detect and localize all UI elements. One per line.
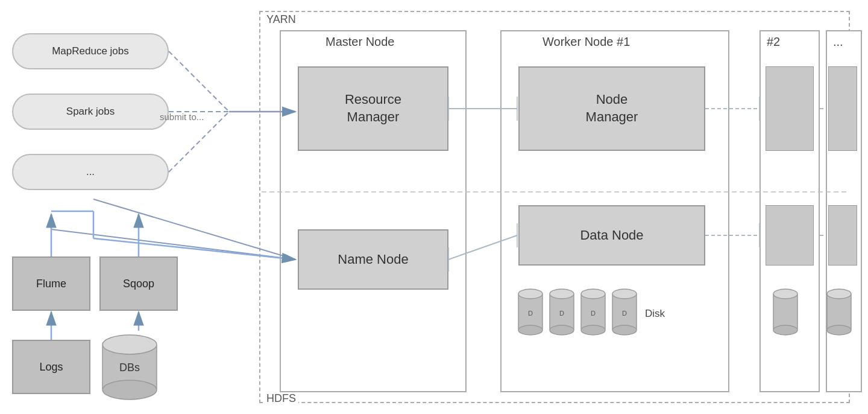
resource-manager-label: Resource Manager bbox=[345, 91, 401, 126]
svg-point-9 bbox=[581, 289, 605, 299]
hdfs-label: HDFS bbox=[264, 392, 298, 405]
svg-point-10 bbox=[581, 325, 605, 335]
worker3-disk bbox=[821, 284, 863, 350]
sqoop-box: Sqoop bbox=[99, 256, 178, 311]
svg-point-23 bbox=[102, 335, 157, 354]
svg-point-5 bbox=[550, 289, 574, 299]
svg-point-2 bbox=[518, 325, 542, 335]
worker-node2-label: #2 bbox=[767, 35, 780, 49]
svg-point-14 bbox=[612, 325, 637, 335]
svg-point-24 bbox=[102, 380, 157, 400]
master-node-label: Master Node bbox=[326, 35, 395, 49]
ellipsis-jobs-pill: ... bbox=[12, 154, 169, 190]
name-node-label: Name Node bbox=[338, 252, 408, 267]
data-node-box: Data Node bbox=[518, 205, 705, 266]
worker2-disk bbox=[758, 284, 819, 350]
flume-box: Flume bbox=[12, 256, 90, 311]
node-manager-box: Node Manager bbox=[518, 66, 705, 151]
logs-box: Logs bbox=[12, 340, 90, 394]
svg-rect-19 bbox=[827, 294, 851, 330]
logs-label: Logs bbox=[39, 361, 63, 374]
svg-point-6 bbox=[550, 325, 574, 335]
submit-to-label: submit to... bbox=[160, 112, 204, 122]
sqoop-label: Sqoop bbox=[123, 278, 154, 290]
svg-text:D: D bbox=[591, 310, 596, 317]
worker2-top-box bbox=[766, 66, 814, 151]
worker-node3-label: ... bbox=[833, 35, 843, 49]
worker-node1-label: Worker Node #1 bbox=[542, 35, 630, 49]
yarn-label: YARN bbox=[264, 13, 298, 26]
spark-jobs-pill: Spark jobs bbox=[12, 94, 169, 130]
diagram-container: YARN HDFS Master Node Resource Manager N… bbox=[0, 0, 868, 414]
disk-cylinders: D D D D Disk bbox=[506, 284, 735, 350]
name-node-box: Name Node bbox=[298, 229, 448, 290]
svg-text:DBs: DBs bbox=[119, 361, 140, 374]
mapreduce-jobs-pill: MapReduce jobs bbox=[12, 33, 169, 69]
svg-text:D: D bbox=[528, 310, 533, 317]
svg-point-18 bbox=[773, 325, 797, 335]
flume-label: Flume bbox=[36, 278, 66, 290]
worker3-top-box bbox=[828, 66, 857, 151]
worker2-bottom-box bbox=[766, 205, 814, 266]
svg-point-17 bbox=[773, 289, 797, 299]
svg-point-21 bbox=[827, 325, 851, 335]
spark-jobs-label: Spark jobs bbox=[66, 106, 115, 118]
worker3-bottom-box bbox=[828, 205, 857, 266]
svg-rect-16 bbox=[773, 294, 797, 330]
svg-line-28 bbox=[169, 51, 229, 112]
svg-point-13 bbox=[612, 289, 637, 299]
svg-text:D: D bbox=[622, 310, 627, 317]
ellipsis-jobs-label: ... bbox=[86, 166, 95, 178]
disk-label: Disk bbox=[645, 308, 665, 319]
svg-point-1 bbox=[518, 289, 542, 299]
resource-manager-box: Resource Manager bbox=[298, 66, 448, 151]
data-node-label: Data Node bbox=[580, 228, 643, 243]
dbs-cylinder: DBs bbox=[93, 331, 181, 403]
node-manager-label: Node Manager bbox=[586, 91, 638, 126]
svg-text:D: D bbox=[559, 310, 564, 317]
mapreduce-jobs-label: MapReduce jobs bbox=[52, 45, 129, 57]
svg-point-20 bbox=[827, 289, 851, 299]
